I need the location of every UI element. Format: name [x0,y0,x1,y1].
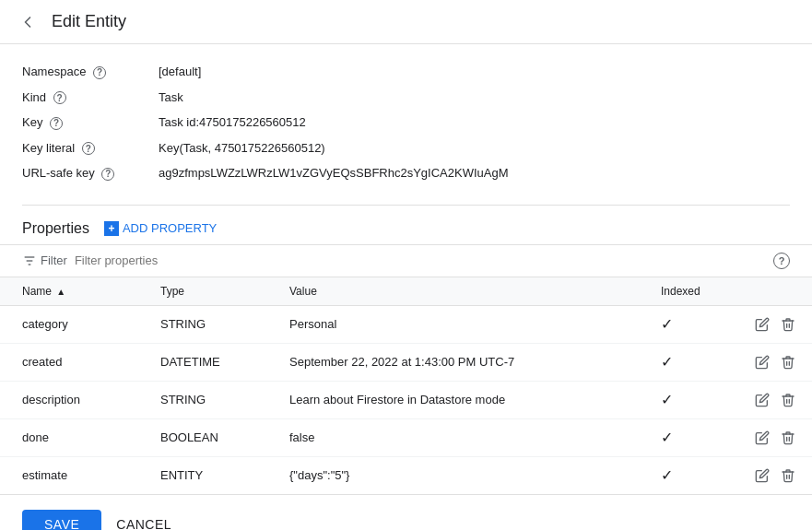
sort-icon: ▲ [56,287,65,297]
properties-table: Name ▲ Type Value Indexed category STRIN… [0,277,812,494]
table-row: description STRING Learn about Firestore… [0,381,812,418]
entity-info-row: Key ? Task id:4750175226560512 [22,110,538,135]
prop-value: September 22, 2022 at 1:43:00 PM UTC-7 [267,343,639,381]
page-title: Edit Entity [52,12,126,31]
indexed-checkmark: ✓ [661,392,673,407]
save-button[interactable]: SAVE [22,510,101,530]
entity-info-label: Namespace ? [22,59,151,85]
delete-button[interactable] [779,315,797,334]
col-header-value: Value [267,277,639,306]
delete-button[interactable] [779,353,797,371]
filter-help-icon[interactable]: ? [773,253,790,269]
prop-name: estimate [0,456,138,494]
entity-info-row: URL-safe key ? ag9zfmpsLWZzLWRzLW1vZGVyE… [22,160,538,186]
section-divider [22,205,790,206]
indexed-checkmark: ✓ [661,467,673,483]
cancel-button[interactable]: CANCEL [116,517,171,530]
prop-indexed: ✓ [639,418,731,456]
prop-actions [731,381,812,418]
edit-button[interactable] [753,429,771,447]
entity-info-label: Kind ? [22,85,151,111]
filter-label: Filter [41,253,67,267]
filter-icon-wrap: Filter [22,253,67,268]
prop-indexed: ✓ [639,305,731,343]
entity-info-label: Key ? [22,110,151,135]
prop-indexed: ✓ [639,456,731,494]
prop-type: BOOLEAN [138,418,267,456]
prop-name: done [0,418,138,456]
add-icon: + [104,221,119,236]
help-icon[interactable]: ? [101,168,114,181]
action-buttons [753,315,797,334]
properties-header: Properties + ADD PROPERTY [0,209,812,244]
properties-table-body: category STRING Personal ✓ [0,305,812,494]
help-icon[interactable]: ? [82,142,95,155]
prop-actions [731,456,812,494]
prop-value: {"days":"5"} [267,456,639,494]
table-row: estimate ENTITY {"days":"5"} ✓ [0,456,812,494]
prop-indexed: ✓ [639,381,731,418]
col-header-name: Name ▲ [0,277,138,306]
filter-bar: Filter ? [0,244,812,277]
prop-name: category [0,305,138,343]
help-icon[interactable]: ? [50,117,63,130]
properties-table-head: Name ▲ Type Value Indexed [0,277,812,306]
add-property-label: ADD PROPERTY [123,221,217,235]
entity-info-row: Kind ? Task [22,85,538,111]
col-header-actions [731,277,812,306]
prop-name: created [0,343,138,381]
delete-button[interactable] [779,391,797,409]
action-buttons [753,429,797,447]
help-icon[interactable]: ? [93,66,106,79]
entity-info-value: Key(Task, 4750175226560512) [151,135,538,161]
prop-actions [731,418,812,456]
indexed-checkmark: ✓ [661,354,673,370]
entity-info-row: Namespace ? [default] [22,59,538,85]
col-header-indexed: Indexed [639,277,731,306]
properties-title: Properties [22,220,89,237]
col-header-type: Type [138,277,267,306]
prop-indexed: ✓ [639,343,731,381]
prop-type: DATETIME [138,343,267,381]
back-button[interactable] [15,9,41,35]
prop-type: ENTITY [138,456,267,494]
page-footer: SAVE CANCEL [0,494,812,530]
entity-info-value: Task [151,85,538,111]
action-buttons [753,391,797,409]
add-property-button[interactable]: + ADD PROPERTY [104,221,217,236]
delete-button[interactable] [779,429,797,447]
edit-button[interactable] [753,466,771,485]
edit-button[interactable] [753,315,771,334]
entity-info-row: Key literal ? Key(Task, 4750175226560512… [22,135,538,161]
edit-button[interactable] [753,391,771,409]
prop-value: false [267,418,639,456]
table-row: created DATETIME September 22, 2022 at 1… [0,343,812,381]
prop-name: description [0,381,138,418]
indexed-checkmark: ✓ [661,430,673,445]
filter-icon [22,253,37,268]
prop-actions [731,305,812,343]
table-row: category STRING Personal ✓ [0,305,812,343]
entity-info-value: [default] [151,59,538,85]
entity-info-value: ag9zfmpsLWZzLWRzLW1vZGVyEQsSBFRhc2sYgICA… [151,160,538,186]
entity-info-value: Task id:4750175226560512 [151,110,538,135]
filter-input[interactable] [75,253,766,267]
delete-button[interactable] [779,466,797,485]
prop-value: Personal [267,305,639,343]
prop-type: STRING [138,305,267,343]
indexed-checkmark: ✓ [661,316,673,332]
prop-value: Learn about Firestore in Datastore mode [267,381,639,418]
prop-actions [731,343,812,381]
help-icon[interactable]: ? [53,91,66,104]
edit-button[interactable] [753,353,771,371]
entity-info-section: Namespace ? [default] Kind ? Task Key ? … [0,44,812,201]
table-header-row: Name ▲ Type Value Indexed [0,277,812,306]
entity-info-table: Namespace ? [default] Kind ? Task Key ? … [22,59,538,186]
prop-type: STRING [138,381,267,418]
table-row: done BOOLEAN false ✓ [0,418,812,456]
entity-info-label: URL-safe key ? [22,160,151,186]
page-header: Edit Entity [0,0,812,44]
action-buttons [753,466,797,485]
action-buttons [753,353,797,371]
entity-info-label: Key literal ? [22,135,151,161]
